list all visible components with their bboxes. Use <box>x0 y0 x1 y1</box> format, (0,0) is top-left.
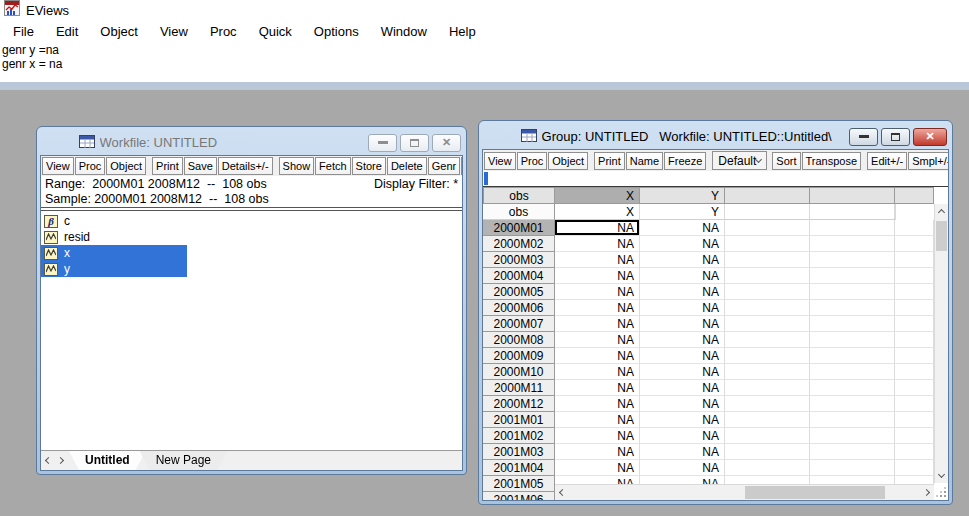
toolbar-button[interactable]: Fetch <box>315 157 351 175</box>
column-header-y[interactable]: Y <box>640 187 725 204</box>
cell-empty[interactable] <box>895 220 934 236</box>
cell-empty[interactable] <box>725 316 810 332</box>
cell-empty[interactable] <box>810 364 895 380</box>
toolbar-button[interactable]: Smpl+/- <box>908 152 949 170</box>
scroll-up-icon[interactable] <box>935 204 948 219</box>
object-list-item[interactable]: β c <box>41 213 187 229</box>
menu-item[interactable]: View <box>149 22 199 41</box>
spreadsheet[interactable]: obs X Y obs X Y <box>483 187 948 500</box>
close-button[interactable]: ✕ <box>913 128 947 146</box>
cell-empty[interactable] <box>895 348 934 364</box>
cell-empty[interactable] <box>810 412 895 428</box>
command-splitter[interactable] <box>0 82 969 90</box>
toolbar-button[interactable]: Show <box>279 157 315 175</box>
cell-empty[interactable] <box>725 220 810 236</box>
page-tab[interactable]: New Page <box>140 451 227 470</box>
cell-y[interactable]: NA <box>640 444 725 460</box>
cell-empty[interactable] <box>725 348 810 364</box>
cell-empty[interactable] <box>810 220 895 236</box>
toolbar-button[interactable]: Genr <box>428 157 460 175</box>
obs-label-cell[interactable]: 2001M05 <box>483 476 555 492</box>
menu-item[interactable]: Edit <box>45 22 89 41</box>
obs-label-cell[interactable]: 2000M11 <box>483 380 555 396</box>
toolbar-button[interactable]: Print <box>594 152 625 170</box>
obs-label-cell[interactable]: 2000M12 <box>483 396 555 412</box>
menu-item[interactable]: Options <box>303 22 370 41</box>
cell-y[interactable]: NA <box>640 380 725 396</box>
scroll-left-icon[interactable] <box>555 485 570 500</box>
minimize-button[interactable] <box>849 128 878 146</box>
cell-empty[interactable] <box>810 380 895 396</box>
object-list-item[interactable]: x <box>41 245 187 261</box>
cell-empty[interactable] <box>895 316 934 332</box>
cell-x[interactable]: NA <box>555 332 640 348</box>
cell-empty[interactable] <box>810 268 895 284</box>
toolbar-button[interactable]: Transpose <box>802 152 862 170</box>
cell-y[interactable]: NA <box>640 300 725 316</box>
cell-x[interactable]: NA <box>555 444 640 460</box>
cell-empty[interactable] <box>725 412 810 428</box>
tab-scroll-left-icon[interactable] <box>45 457 52 464</box>
cell-empty[interactable] <box>810 236 895 252</box>
toolbar-button[interactable]: Name <box>626 152 663 170</box>
toolbar-button[interactable]: View <box>42 157 74 175</box>
object-list-item[interactable]: resid <box>41 229 187 245</box>
cell-empty[interactable] <box>895 284 934 300</box>
workfile-window[interactable]: Workfile: UNTITLED ✕ ViewProcObject Prin… <box>36 126 467 475</box>
toolbar-button[interactable]: Proc <box>517 152 548 170</box>
toolbar-button[interactable]: View <box>484 152 516 170</box>
sample-value[interactable]: 2000M01 2008M12 -- 108 obs <box>91 192 269 207</box>
label-cell-x[interactable]: X <box>555 204 640 220</box>
cell-empty[interactable] <box>810 428 895 444</box>
cell-y[interactable]: NA <box>640 316 725 332</box>
cell-empty[interactable] <box>895 300 934 316</box>
cell-y[interactable]: NA <box>640 396 725 412</box>
cell-x[interactable]: NA <box>555 380 640 396</box>
cell-empty[interactable] <box>895 396 934 412</box>
obs-label-cell[interactable]: 2000M09 <box>483 348 555 364</box>
label-cell-empty[interactable] <box>810 204 895 220</box>
object-list-item[interactable]: y <box>41 261 187 277</box>
toolbar-button[interactable]: Print <box>152 157 183 175</box>
cell-empty[interactable] <box>725 300 810 316</box>
label-cell-empty[interactable] <box>895 204 896 220</box>
toolbar-button[interactable]: Object <box>548 152 588 170</box>
toolbar-button[interactable]: Save <box>184 157 217 175</box>
obs-label-cell[interactable]: 2001M04 <box>483 460 555 476</box>
cell-empty[interactable] <box>895 252 934 268</box>
horizontal-scrollbar[interactable] <box>555 484 934 500</box>
cell-y[interactable]: NA <box>640 332 725 348</box>
cell-empty[interactable] <box>810 396 895 412</box>
cell-empty[interactable] <box>895 236 934 252</box>
cell-empty[interactable] <box>725 284 810 300</box>
cell-edit-field[interactable] <box>483 171 948 187</box>
obs-label-cell[interactable]: 2001M03 <box>483 444 555 460</box>
obs-label-cell[interactable]: 2001M06 <box>483 492 555 500</box>
group-window[interactable]: Group: UNTITLED Workfile: UNTITLED::Unti… <box>478 120 953 505</box>
cell-x[interactable]: NA <box>555 364 640 380</box>
cell-empty[interactable] <box>725 428 810 444</box>
cell-empty[interactable] <box>725 444 810 460</box>
obs-label-cell[interactable]: 2000M06 <box>483 300 555 316</box>
cell-empty[interactable] <box>810 284 895 300</box>
cell-empty[interactable] <box>895 460 934 476</box>
cell-empty[interactable] <box>810 300 895 316</box>
cell-y[interactable]: NA <box>640 348 725 364</box>
cell-x[interactable]: NA <box>555 252 640 268</box>
cell-empty[interactable] <box>725 268 810 284</box>
cell-empty[interactable] <box>810 444 895 460</box>
cell-y[interactable]: NA <box>640 236 725 252</box>
page-tab[interactable]: Untitled <box>69 451 146 470</box>
menu-item[interactable]: Object <box>89 22 149 41</box>
cell-x[interactable]: NA <box>555 412 640 428</box>
maximize-button[interactable] <box>400 134 429 152</box>
cell-x[interactable]: NA <box>555 348 640 364</box>
cell-empty[interactable] <box>725 364 810 380</box>
cell-y[interactable]: NA <box>640 268 725 284</box>
column-header-x[interactable]: X <box>555 187 640 204</box>
maximize-button[interactable] <box>881 128 910 146</box>
menu-item[interactable]: Quick <box>248 22 303 41</box>
cell-x[interactable]: NA <box>555 428 640 444</box>
cell-y[interactable]: NA <box>640 284 725 300</box>
cell-x[interactable]: NA <box>555 460 640 476</box>
